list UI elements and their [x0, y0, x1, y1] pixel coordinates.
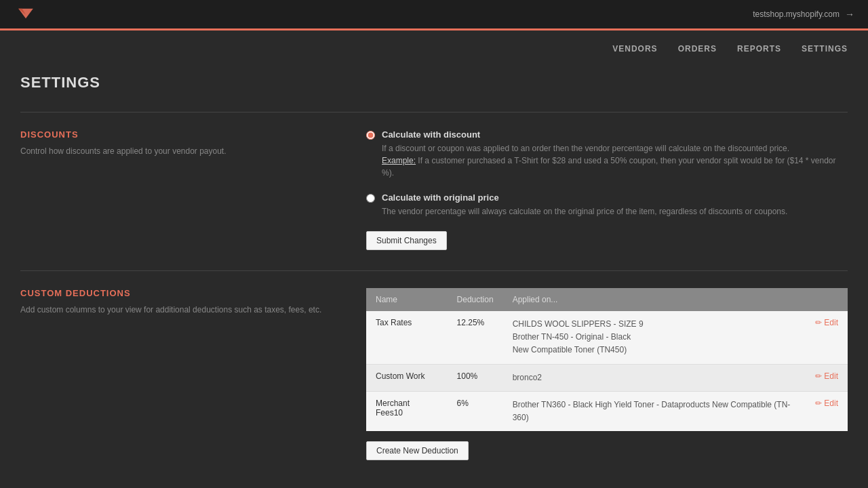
store-url: testshop.myshopify.com [753, 9, 840, 19]
row-edit: ✏Edit [806, 364, 848, 391]
deductions-table-header: Name Deduction Applied on... [366, 288, 848, 311]
row-name: Custom Work [366, 364, 448, 391]
edit-link-custom-work[interactable]: ✏Edit [815, 371, 838, 381]
row-deduction: 6% [448, 391, 503, 431]
row-name: Tax Rates [366, 311, 448, 364]
radio-calculate-with-discount[interactable] [366, 131, 375, 140]
discount-option-2-desc: The vendor percentage will always calcul… [382, 205, 787, 218]
discount-option-2: Calculate with original price The vendor… [366, 192, 848, 218]
edit-icon: ✏ [815, 371, 822, 381]
col-header-actions [806, 288, 848, 311]
discounts-title: DISCOUNTS [20, 129, 346, 140]
page-content: SETTINGS DISCOUNTS Control how discounts… [0, 67, 868, 488]
nav-settings[interactable]: SETTINGS [802, 44, 848, 54]
top-bar: testshop.myshopify.com → [0, 0, 868, 30]
discount-option-1-desc: If a discount or coupon was applied to a… [382, 142, 848, 179]
discounts-section-right: Calculate with discount If a discount or… [366, 129, 848, 250]
row-applied-on: Brother TN360 - Black High Yield Toner -… [503, 391, 806, 431]
table-row: Custom Work 100% bronco2 ✏Edit [366, 364, 848, 391]
edit-link-merchant-fees[interactable]: ✏Edit [815, 399, 838, 408]
col-header-deduction: Deduction [448, 288, 503, 311]
edit-link-tax-rates[interactable]: ✏Edit [815, 318, 838, 327]
row-applied-on: CHILDS WOOL SLIPPERS - SIZE 9 Brother TN… [503, 311, 806, 364]
discounts-section: DISCOUNTS Control how discounts are appl… [20, 129, 848, 250]
edit-icon: ✏ [815, 318, 822, 327]
row-deduction: 12.25% [448, 311, 503, 364]
logout-icon[interactable]: → [845, 9, 854, 20]
table-row: Tax Rates 12.25% CHILDS WOOL SLIPPERS - … [366, 311, 848, 364]
row-edit: ✏Edit [806, 311, 848, 364]
main-nav: VENDORS ORDERS REPORTS SETTINGS [0, 30, 868, 67]
radio-calculate-with-original[interactable] [366, 194, 375, 203]
section-divider-discounts [20, 112, 848, 113]
custom-deductions-section: CUSTOM DEDUCTIONS Add custom columns to … [20, 288, 848, 460]
discount-option-2-label: Calculate with original price [382, 192, 787, 203]
topbar-right: testshop.myshopify.com → [753, 9, 854, 20]
row-applied-on: bronco2 [503, 364, 806, 391]
custom-deductions-section-left: CUSTOM DEDUCTIONS Add custom columns to … [20, 288, 346, 460]
col-header-name: Name [366, 288, 448, 311]
discount-option-1-text: Calculate with discount If a discount or… [382, 129, 848, 179]
row-deduction: 100% [448, 364, 503, 391]
table-row: Merchant Fees10 6% Brother TN360 - Black… [366, 391, 848, 431]
create-deduction-wrapper: Create New Deduction [366, 441, 848, 460]
nav-reports[interactable]: REPORTS [737, 44, 781, 54]
discount-option-1-label: Calculate with discount [382, 129, 848, 140]
create-new-deduction-button[interactable]: Create New Deduction [366, 441, 469, 460]
row-name: Merchant Fees10 [366, 391, 448, 431]
custom-deductions-title: CUSTOM DEDUCTIONS [20, 288, 346, 298]
example-link: Example: [382, 156, 416, 165]
nav-vendors[interactable]: VENDORS [612, 44, 657, 54]
deductions-table: Name Deduction Applied on... Tax Rates 1… [366, 288, 848, 431]
discounts-description: Control how discounts are applied to you… [20, 145, 346, 157]
discounts-section-left: DISCOUNTS Control how discounts are appl… [20, 129, 346, 250]
section-divider-deductions [20, 270, 848, 271]
page-title: SETTINGS [20, 74, 848, 92]
nav-orders[interactable]: ORDERS [678, 44, 717, 54]
submit-changes-button[interactable]: Submit Changes [366, 231, 447, 250]
edit-icon: ✏ [815, 399, 822, 408]
logo [14, 1, 38, 28]
discount-option-2-text: Calculate with original price The vendor… [382, 192, 787, 218]
col-header-applied-on: Applied on... [503, 288, 806, 311]
row-edit: ✏Edit [806, 391, 848, 431]
custom-deductions-description: Add custom columns to your view for addi… [20, 304, 346, 316]
custom-deductions-section-right: Name Deduction Applied on... Tax Rates 1… [366, 288, 848, 460]
discount-option-1: Calculate with discount If a discount or… [366, 129, 848, 179]
deductions-table-body: Tax Rates 12.25% CHILDS WOOL SLIPPERS - … [366, 311, 848, 431]
